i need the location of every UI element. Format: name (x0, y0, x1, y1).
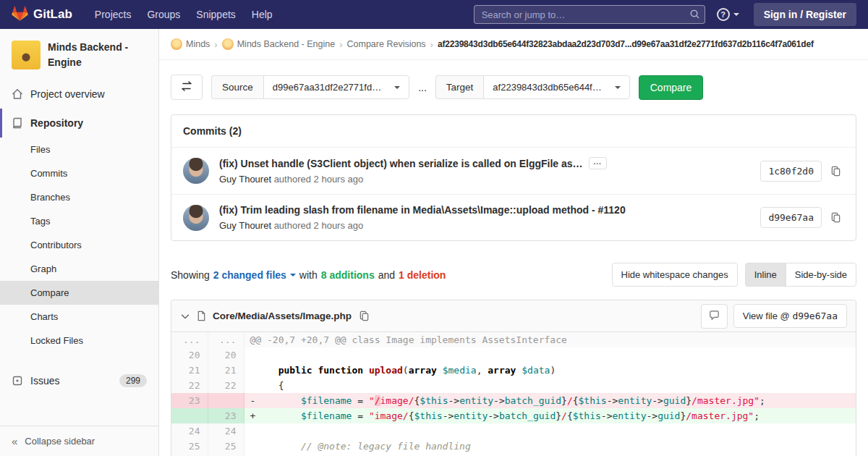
diff-code-cell: // @note: legacy file handling (244, 439, 856, 454)
diff-line-hunk: ......@@ -20,7 +20,7 @@ class Image impl… (171, 332, 856, 347)
new-line-number[interactable]: 20 (208, 347, 244, 363)
new-line-number[interactable]: 21 (208, 363, 244, 378)
commit-sha-link[interactable]: 1c80f2d0 (760, 161, 822, 182)
old-line-number[interactable]: 23 (171, 393, 208, 408)
view-file-button[interactable]: View file @ d99e67aa (733, 304, 847, 328)
breadcrumb-item: Minds (171, 38, 210, 50)
diff-table: ......@@ -20,7 +20,7 @@ class Image impl… (171, 332, 856, 456)
copy-file-path-button[interactable] (357, 309, 371, 323)
file-path[interactable]: Core/Media/Assets/Image.php (213, 311, 352, 321)
new-line-number[interactable]: 25 (208, 439, 244, 454)
commit-message-expander-button[interactable]: ... (589, 157, 607, 169)
diff-code-cell (244, 347, 856, 363)
old-line-number[interactable]: 24 (171, 423, 208, 439)
sidebar-item-project-overview[interactable]: Project overview (0, 80, 158, 109)
new-line-number[interactable]: 24 (208, 423, 244, 439)
deletions-count: 1 deletion (399, 269, 446, 281)
commit-sha-link[interactable]: d99e67aa (760, 207, 822, 228)
nav-item-groups[interactable]: Groups (139, 0, 188, 29)
old-line-number[interactable]: 22 (171, 378, 208, 393)
nav-item-help[interactable]: Help (244, 0, 281, 29)
diff-mode-toggle: Inline Side-by-side (745, 263, 856, 287)
sidebar-item-issues[interactable]: Issues 299 (0, 366, 158, 396)
collapse-label: Collapse sidebar (25, 436, 95, 447)
copy-sha-button[interactable] (827, 163, 844, 180)
nav-item-snippets[interactable]: Snippets (188, 0, 243, 29)
diff-sign (250, 350, 256, 360)
diff-code-cell: public function upload(array $media, arr… (244, 363, 856, 378)
sidebar-item-files[interactable]: Files (0, 138, 158, 161)
project-header-link[interactable]: Minds Backend - Engine (0, 29, 158, 80)
commit-author-link[interactable]: Guy Thouret (219, 220, 271, 231)
search-input[interactable] (474, 5, 705, 24)
diff-summary-bar: Showing 2 changed files with 8 additions… (171, 263, 856, 287)
new-line-number[interactable]: 22 (208, 378, 244, 393)
side-by-side-view-button[interactable]: Side-by-side (786, 263, 856, 287)
sidebar-item-repository[interactable]: Repository (0, 109, 158, 138)
diff-line-ctx: 2525 // @note: legacy file handling (171, 439, 856, 454)
and-label: and (378, 269, 395, 281)
target-revision-dropdown[interactable]: af2239843d3db65e644f… (483, 75, 629, 99)
commit-message-link[interactable]: (fix) Trim leading slash from filename i… (219, 204, 626, 216)
collapse-diff-icon[interactable] (180, 311, 190, 321)
diff-sign (250, 426, 256, 436)
diff-line-ctx: 2020 (171, 347, 856, 363)
old-line-number[interactable]: ... (171, 332, 208, 347)
nav-item-projects[interactable]: Projects (87, 0, 140, 29)
diff-line-ctx: 2424 (171, 423, 856, 439)
source-revision-dropdown[interactable]: d99e67aa31df2e2771fd… (263, 75, 409, 99)
commit-message-link[interactable]: (fix) Unset handle (S3Client object) whe… (219, 158, 583, 169)
sidebar-nav: Project overview Repository FilesCommits… (0, 80, 158, 426)
breadcrumb-link-compare-revisions[interactable]: Compare Revisions (347, 39, 426, 49)
compare-button[interactable]: Compare (639, 75, 704, 100)
top-navbar: GitLab ProjectsGroupsSnippetsHelp ? Sign… (0, 0, 868, 29)
new-line-number[interactable] (208, 393, 244, 408)
commit-author-link[interactable]: Guy Thouret (219, 174, 271, 185)
project-avatar (12, 41, 41, 69)
sidebar-item-branches[interactable]: Branches (0, 185, 158, 209)
commit-list: (fix) Unset handle (S3Client object) whe… (171, 148, 856, 240)
commit-sha-group: d99e67aa (760, 207, 844, 228)
group-mini-avatar (222, 38, 234, 50)
sidebar-item-locked-files[interactable]: Locked Files (0, 329, 158, 352)
comment-button[interactable] (701, 304, 728, 329)
sidebar-item-compare[interactable]: Compare (0, 281, 158, 305)
search-icon[interactable] (689, 9, 700, 22)
navbar-menu: ProjectsGroupsSnippetsHelp (87, 0, 281, 29)
breadcrumb-link-minds-backend-engine[interactable]: Minds Backend - Engine (237, 39, 336, 49)
diff-code-cell (244, 423, 856, 439)
breadcrumb-list: Minds›Minds Backend - Engine›Compare Rev… (171, 38, 433, 50)
new-line-number[interactable]: ... (208, 332, 244, 347)
sidebar-item-charts[interactable]: Charts (0, 305, 158, 329)
source-label: Source (211, 75, 263, 99)
hide-whitespace-button[interactable]: Hide whitespace changes (612, 263, 738, 287)
sidebar-item-commits[interactable]: Commits (0, 161, 158, 185)
old-line-number[interactable]: 20 (171, 347, 208, 363)
help-dropdown[interactable]: ? (717, 8, 739, 21)
diff-code-cell: + $filename = "image/{$this->entity->bat… (244, 408, 856, 423)
old-line-number[interactable] (171, 408, 208, 423)
diff-code-cell: { (244, 378, 856, 393)
copy-sha-button[interactable] (827, 209, 844, 226)
old-line-number[interactable]: 25 (171, 439, 208, 454)
additions-count: 8 additions (321, 269, 375, 281)
old-line-number[interactable]: 21 (171, 363, 208, 378)
repository-icon (12, 117, 23, 129)
new-line-number[interactable]: 23 (208, 408, 244, 423)
inline-view-button[interactable]: Inline (745, 263, 786, 287)
sidebar-item-graph[interactable]: Graph (0, 257, 158, 281)
issues-count-badge: 299 (119, 374, 147, 387)
diff-summary-text: Showing 2 changed files with 8 additions… (171, 269, 446, 281)
collapse-sidebar-button[interactable]: « Collapse sidebar (0, 426, 158, 456)
sidebar-item-tags[interactable]: Tags (0, 209, 158, 233)
commits-panel: Commits (2) (fix) Unset handle (S3Client… (171, 114, 856, 241)
source-revision-value: d99e67aa31df2e2771fd… (273, 82, 381, 93)
sign-in-button[interactable]: Sign in / Register (754, 3, 856, 26)
sidebar-item-contributors[interactable]: Contributors (0, 233, 158, 257)
swap-revisions-button[interactable] (171, 75, 203, 100)
breadcrumb-link-minds[interactable]: Minds (186, 39, 210, 49)
changed-files-dropdown[interactable]: 2 changed files (213, 269, 296, 281)
target-group: Target af2239843d3db65e644f… (435, 75, 630, 99)
gitlab-home-link[interactable]: GitLab (12, 6, 72, 24)
commit-title: (fix) Trim leading slash from filename i… (219, 204, 750, 216)
